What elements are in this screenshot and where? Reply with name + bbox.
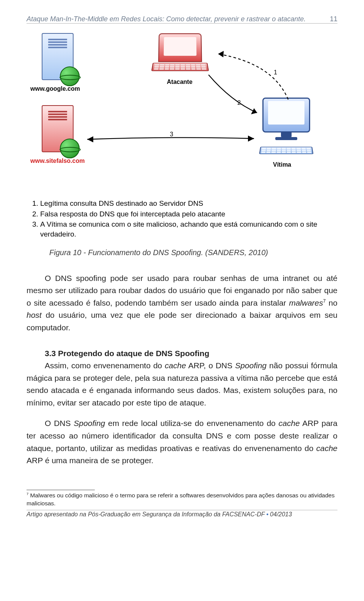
footnote-7: 7 Malwares ou código malicioso é o termo…: [27, 492, 337, 508]
footnote-text: Malwares ou código malicioso é o termo p…: [27, 492, 334, 506]
arrows-svg: [30, 33, 334, 196]
footer-bullet-icon: •: [265, 511, 270, 517]
section-3-3-heading: 3.3 Protegendo do ataque de DNS Spoofing: [45, 349, 337, 358]
svg-marker-2: [87, 136, 93, 142]
p3-spoofing: Spoofing: [74, 419, 105, 427]
p3-cache2: cache: [316, 444, 337, 453]
figure-caption: Figura 10 - Funcionamento do DNS Spoofin…: [49, 248, 337, 257]
legend-item-1: Legítima consulta DNS destinado ao Servi…: [40, 199, 334, 209]
svg-marker-3: [248, 136, 254, 142]
p1-text-c: no: [326, 298, 337, 307]
p3-cache1: cache: [279, 419, 300, 427]
paragraph-2: Assim, como envenenamento do cache ARP, …: [27, 360, 337, 409]
figure-legend: Legítima consulta DNS destinado ao Servi…: [30, 199, 334, 240]
footer-right: 04/2013: [270, 511, 292, 517]
header-title: Ataque Man-In-The-Middle em Redes Locais…: [27, 15, 322, 23]
p2-spoofing: Spoofing: [235, 361, 267, 370]
footer-left: Artigo apresentado na Pós-Graduação em S…: [27, 511, 265, 517]
svg-marker-0: [218, 51, 224, 57]
p3-text-g: ARP é uma maneira de se proteger.: [27, 456, 154, 465]
legend-item-3: A Vítima se comunica com o site malicios…: [40, 219, 334, 240]
figure-10: www.google.com www.sitefalso.com Atacant…: [30, 33, 334, 240]
page-number: 11: [322, 15, 337, 23]
legend-item-2: Falsa resposta do DNS que foi intercepta…: [40, 209, 334, 220]
arrow-label-2: 2: [237, 99, 241, 106]
page-footer: Artigo apresentado na Pós-Graduação em S…: [27, 510, 337, 518]
paragraph-1: O DNS spoofing pode ser usado para rouba…: [27, 272, 337, 334]
svg-marker-1: [251, 108, 257, 114]
page-header: Ataque Man-In-The-Middle em Redes Locais…: [27, 15, 337, 24]
p1-host: host: [27, 311, 42, 319]
p2-text-c: ARP, o DNS: [186, 361, 235, 370]
dns-spoofing-diagram: www.google.com www.sitefalso.com Atacant…: [30, 33, 334, 196]
p1-malwares: malwares: [289, 298, 323, 307]
p1-footnote-ref: 7: [323, 298, 326, 304]
p3-text-c: em rede local utiliza-se do envenenament…: [105, 419, 278, 427]
arrow-label-3: 3: [170, 131, 173, 138]
footnote-separator: [27, 490, 95, 490]
p2-cache: cache: [165, 361, 186, 370]
paragraph-3: O DNS Spoofing em rede local utiliza-se …: [27, 417, 337, 467]
p3-text-a: O DNS: [45, 419, 74, 427]
p2-text-a: Assim, como envenenamento do: [45, 361, 165, 370]
arrow-label-1: 1: [274, 69, 277, 76]
p1-text-e: do usuário, uma vez que ele pode ser dir…: [27, 311, 337, 332]
